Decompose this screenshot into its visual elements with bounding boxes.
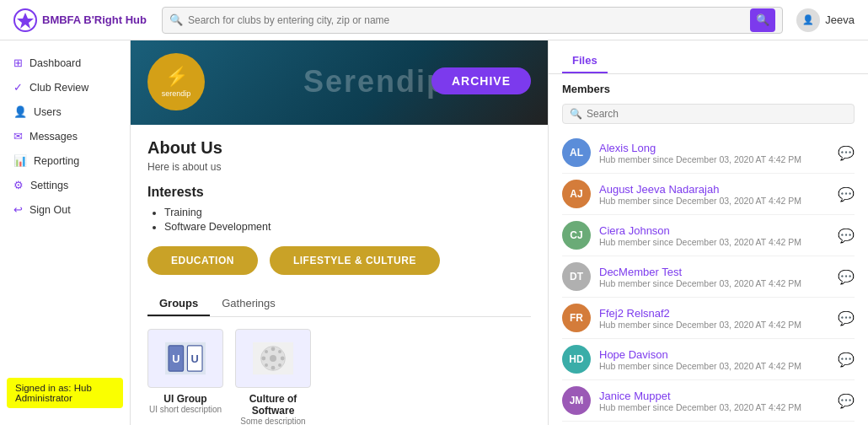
sidebar-label-users: Users (34, 106, 62, 118)
group-desc-ui: UI short description (149, 405, 222, 414)
member-info-1: August Jeeva Nadarajah Hub member since … (599, 183, 829, 206)
interests-list: Training Software Development (164, 207, 531, 233)
about-subtitle: Here is about us (147, 161, 531, 173)
sidebar-label-reporting: Reporting (34, 155, 79, 167)
member-avatar-2: CJ (562, 221, 591, 250)
group-thumb-ui[interactable]: U U (147, 329, 223, 388)
interests-title: Interests (147, 185, 531, 200)
sidebar-item-dashboard[interactable]: ⊞ Dashboard (0, 51, 130, 75)
dashboard-icon: ⊞ (13, 56, 23, 69)
member-row-3: DT DecMember Test Hub member since Decem… (562, 256, 855, 298)
svg-point-12 (261, 357, 265, 361)
member-row-5: HD Hope Davison Hub member since Decembe… (562, 339, 855, 380)
chat-icon-5[interactable]: 💬 (838, 352, 855, 368)
svg-point-16 (265, 363, 268, 367)
svg-point-13 (281, 357, 285, 361)
interest-item: Training (164, 207, 531, 218)
svg-point-11 (271, 366, 276, 370)
svg-point-17 (278, 363, 281, 367)
chat-icon-4[interactable]: 💬 (838, 310, 855, 326)
sidebar-item-settings[interactable]: ⚙ Settings (0, 173, 130, 197)
svg-point-14 (265, 350, 268, 353)
users-icon: 👤 (13, 105, 27, 118)
member-row-2: CJ Ciera Johnson Hub member since Decemb… (562, 215, 855, 256)
svg-point-9 (270, 355, 276, 362)
search-icon: 🔍 (169, 13, 183, 26)
group-thumb-culture[interactable] (235, 329, 311, 388)
member-since-0: Hub member since December 03, 2020 AT 4:… (599, 154, 829, 164)
tab-groups[interactable]: Groups (147, 292, 210, 316)
member-row-4: FR Ffej2 Relsnaf2 Hub member since Decem… (562, 298, 855, 339)
svg-text:U: U (191, 352, 199, 365)
groups-tabs: Groups Gatherings (147, 292, 531, 317)
member-info-6: Janice Muppet Hub member since December … (599, 390, 829, 412)
member-name-6[interactable]: Janice Muppet (599, 390, 829, 402)
group-name-ui: UI Group (163, 393, 206, 405)
logo-icon (13, 8, 37, 32)
tab-gatherings[interactable]: Gatherings (210, 292, 287, 316)
member-since-6: Hub member since December 03, 2020 AT 4:… (599, 402, 829, 412)
member-search: 🔍 (562, 104, 855, 124)
top-nav: BMBFA B'Right Hub 🔍 🔍 👤 Jeeva (0, 0, 868, 40)
group-image-ui: U U (165, 338, 206, 379)
club-banner: ⚡ serendip Serendip ARCHIVE (131, 40, 548, 125)
reporting-icon: 📊 (13, 154, 27, 167)
svg-point-15 (278, 350, 281, 353)
member-search-input[interactable] (587, 108, 847, 120)
logo-area: BMBFA B'Right Hub (13, 8, 148, 32)
category-education-button[interactable]: EDUCATION (147, 246, 258, 275)
sidebar-item-sign-out[interactable]: ↩ Sign Out (0, 197, 130, 222)
member-name-2[interactable]: Ciera Johnson (599, 224, 829, 237)
member-name-1[interactable]: August Jeeva Nadarajah (599, 183, 829, 196)
about-title: About Us (147, 138, 531, 158)
search-button[interactable]: 🔍 (750, 8, 775, 32)
member-name-4[interactable]: Ffej2 Relsnaf2 (599, 307, 829, 320)
member-since-4: Hub member since December 03, 2020 AT 4:… (599, 320, 829, 330)
member-name-5[interactable]: Hope Davison (599, 348, 829, 361)
group-image-culture (253, 338, 293, 379)
sidebar-label-messages: Messages (29, 131, 78, 143)
group-card-culture: Culture of Software Some description (235, 329, 311, 425)
member-since-2: Hub member since December 03, 2020 AT 4:… (599, 237, 829, 247)
chat-icon-2[interactable]: 💬 (838, 228, 855, 244)
sidebar-item-club-review[interactable]: ✓ Club Review (0, 75, 130, 100)
member-avatar-5: HD (562, 345, 591, 374)
chat-icon-0[interactable]: 💬 (838, 145, 855, 161)
search-input[interactable] (188, 14, 750, 26)
signed-in-badge: Signed in as: Hub Administrator (7, 378, 123, 408)
banner-overlay-text: Serendip (303, 64, 447, 100)
member-row-1: AJ August Jeeva Nadarajah Hub member sin… (562, 174, 855, 215)
sidebar-item-messages[interactable]: ✉ Messages (0, 124, 130, 148)
sidebar-item-users[interactable]: 👤 Users (0, 100, 130, 124)
groups-grid: U U UI Group UI short description (147, 329, 531, 425)
chat-icon-1[interactable]: 💬 (838, 186, 855, 202)
member-avatar-4: FR (562, 304, 591, 332)
member-name-0[interactable]: Alexis Long (599, 142, 829, 154)
member-since-5: Hub member since December 03, 2020 AT 4:… (599, 361, 829, 371)
chat-icon-3[interactable]: 💬 (838, 269, 855, 285)
club-review-icon: ✓ (13, 81, 23, 94)
user-area: 👤 Jeeva (796, 8, 855, 32)
avatar: 👤 (796, 8, 820, 32)
category-lifestyle-button[interactable]: LIFESTYLE & CULTURE (270, 246, 440, 275)
sidebar-item-reporting[interactable]: 📊 Reporting (0, 148, 130, 173)
member-name-3[interactable]: DecMember Test (599, 266, 829, 278)
archive-button[interactable]: ARCHIVE (431, 67, 531, 94)
svg-point-10 (271, 347, 276, 351)
member-info-0: Alexis Long Hub member since December 03… (599, 142, 829, 164)
svg-marker-1 (17, 13, 34, 29)
interest-item: Software Development (164, 221, 531, 233)
tab-files[interactable]: Files (562, 49, 608, 73)
member-avatar-1: AJ (562, 180, 591, 208)
members-title: Members (562, 83, 855, 95)
chat-icon-6[interactable]: 💬 (838, 393, 855, 409)
settings-icon: ⚙ (13, 179, 24, 191)
club-info: About Us Here is about us Interests Trai… (131, 125, 548, 425)
group-name-culture: Culture of Software (235, 393, 311, 417)
sidebar-label-settings: Settings (30, 180, 68, 191)
member-row-6: JM Janice Muppet Hub member since Decemb… (562, 380, 855, 422)
member-info-3: DecMember Test Hub member since December… (599, 266, 829, 288)
member-row-0: AL Alexis Long Hub member since December… (562, 132, 855, 174)
member-avatar-6: JM (562, 386, 591, 415)
right-panel: Files Members 🔍 AL Alexis Long Hub membe… (548, 40, 868, 425)
